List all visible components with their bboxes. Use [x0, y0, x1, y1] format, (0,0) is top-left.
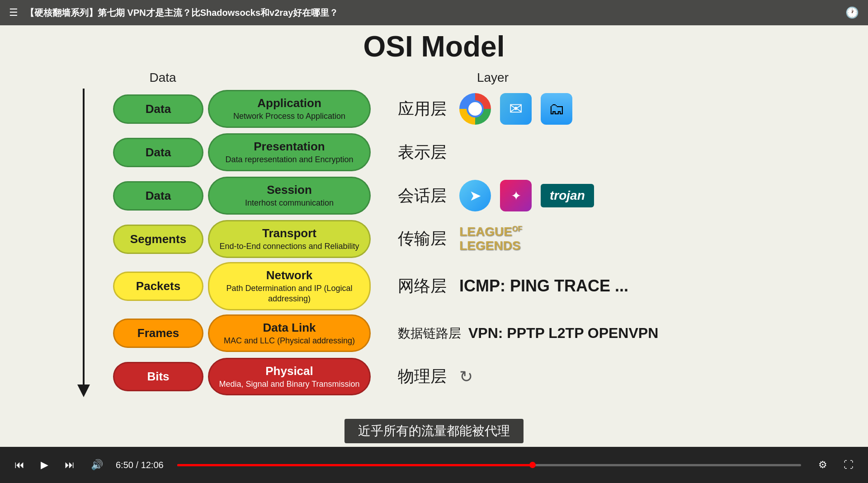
row-right-transport: 传输层 LEAGUEOFLEGENDS	[375, 225, 522, 253]
layer-desc-datalink: MAC and LLC (Physical addressing)	[218, 336, 360, 346]
fullscreen-button[interactable]: ⛶	[840, 457, 857, 473]
layer-name-datalink: Data Link	[218, 320, 360, 336]
table-row: Segments Transport End-to-End connection…	[113, 219, 658, 259]
layer-name-physical: Physical	[218, 364, 360, 379]
skip-back-button[interactable]: ⏮	[11, 457, 28, 473]
table-row: Data Presentation Data representation an…	[113, 132, 658, 173]
layer-name-transport: Transport	[218, 226, 360, 241]
settings-button[interactable]: ⚙	[815, 457, 831, 473]
row-right-presentation: 表示层	[375, 141, 452, 164]
progress-fill	[177, 464, 533, 466]
col-layer-header: Layer	[212, 70, 773, 85]
video-title: 【硬核翻墙系列】第七期 VPN才是主流？比Shadowsocks和v2ray好在…	[25, 7, 338, 19]
icons-session: ➤ ✦ trojan	[459, 180, 594, 211]
col-data-header: Data	[113, 70, 212, 85]
table-row: Data Session Interhost communication 会话层…	[113, 175, 658, 216]
lol-icon: LEAGUEOFLEGENDS	[459, 225, 522, 253]
icmp-text: ICMP: PING TRACE ...	[459, 277, 628, 295]
layer-pill-application: Application Network Process to Applicati…	[208, 90, 371, 127]
data-pill-physical: Bits	[113, 362, 203, 391]
data-pill-network: Packets	[113, 272, 203, 301]
arrow-line	[83, 89, 85, 385]
chinese-label-datalink: 数据链路层	[398, 325, 461, 342]
icons-application: ✉ 🗂	[459, 93, 572, 125]
layer-name-session: Session	[218, 183, 360, 198]
layer-desc-network: Path Determination and IP (Logical addre…	[218, 283, 360, 305]
subtitle-bar: 近乎所有的流量都能被代理	[344, 419, 524, 443]
vpn-text: VPN: PPTP L2TP OPENVPN	[468, 325, 658, 342]
video-wrapper: ☰ 【硬核翻墙系列】第七期 VPN才是主流？比Shadowsocks和v2ray…	[0, 0, 868, 483]
data-pill-datalink: Frames	[113, 319, 203, 348]
clash-icon: ✦	[500, 180, 532, 211]
volume-button[interactable]: 🔊	[87, 457, 107, 473]
play-button[interactable]: ▶	[37, 457, 52, 473]
row-right-network: 网络层 ICMP: PING TRACE ...	[375, 275, 628, 297]
layer-desc-physical: Media, Signal and Binary Transmission	[218, 379, 360, 389]
layer-pill-datalink: Data Link MAC and LLC (Physical addressi…	[208, 314, 371, 352]
mail-icon: ✉	[500, 93, 532, 125]
chinese-label-presentation: 表示层	[398, 141, 452, 164]
table-row: Frames Data Link MAC and LLC (Physical a…	[113, 313, 658, 354]
trojan-badge: trojan	[541, 184, 594, 207]
rows-wrapper: Data Application Network Process to Appl…	[113, 89, 658, 397]
down-arrow	[77, 89, 90, 397]
progress-dot	[529, 462, 536, 468]
refresh-icon: ↻	[459, 367, 473, 386]
layer-pill-physical: Physical Media, Signal and Binary Transm…	[208, 358, 371, 395]
telegram-icon: ➤	[459, 180, 491, 211]
data-pill-transport: Segments	[113, 225, 203, 254]
layer-desc-presentation: Data representation and Encryption	[218, 155, 360, 165]
finder-icon: 🗂	[541, 93, 572, 125]
layer-desc-session: Interhost communication	[218, 198, 360, 208]
chrome-icon	[459, 93, 491, 125]
data-pill-presentation: Data	[113, 138, 203, 167]
layer-pill-network: Network Path Determination and IP (Logic…	[208, 262, 371, 310]
osi-title: OSI Model	[363, 30, 505, 63]
row-right-datalink: 数据链路层 VPN: PPTP L2TP OPENVPN	[375, 325, 658, 342]
time-current: 6:50	[116, 460, 133, 470]
top-bar: ☰ 【硬核翻墙系列】第七期 VPN才是主流？比Shadowsocks和v2ray…	[0, 0, 868, 25]
hamburger-icon[interactable]: ☰	[9, 7, 18, 19]
layer-desc-transport: End-to-End connections and Reliability	[218, 241, 360, 252]
layer-pill-transport: Transport End-to-End connections and Rel…	[208, 220, 371, 258]
icons-datalink: VPN: PPTP L2TP OPENVPN	[468, 325, 658, 342]
table-header: Data Layer	[95, 70, 773, 85]
layer-desc-application: Network Process to Application	[218, 111, 360, 122]
chinese-label-network: 网络层	[398, 275, 452, 297]
time-display: 6:50 / 12:06	[116, 460, 164, 470]
progress-bar[interactable]	[177, 464, 801, 466]
row-right-physical: 物理层 ↻	[375, 366, 473, 388]
video-content: OSI Model Data Layer Data	[0, 25, 868, 447]
icons-transport: LEAGUEOFLEGENDS	[459, 225, 522, 253]
data-pill-application: Data	[113, 94, 203, 124]
layer-name-network: Network	[218, 268, 360, 283]
skip-forward-button[interactable]: ⏭	[61, 457, 78, 473]
row-right-session: 会话层 ➤ ✦ trojan	[375, 180, 594, 211]
data-pill-session: Data	[113, 181, 203, 211]
osi-table: Data Application Network Process to Appl…	[95, 89, 773, 397]
table-row: Packets Network Path Determination and I…	[113, 262, 658, 310]
icons-network: ICMP: PING TRACE ...	[459, 277, 628, 295]
layer-name-presentation: Presentation	[218, 139, 360, 155]
icons-physical: ↻	[459, 367, 473, 386]
arrow-head	[77, 385, 90, 397]
time-total: 12:06	[141, 460, 164, 470]
table-row: Bits Physical Media, Signal and Binary T…	[113, 356, 658, 397]
chinese-label-application: 应用层	[398, 98, 452, 120]
chinese-label-physical: 物理层	[398, 366, 452, 388]
table-row: Data Application Network Process to Appl…	[113, 89, 658, 129]
chinese-label-session: 会话层	[398, 185, 452, 207]
layer-pill-presentation: Presentation Data representation and Enc…	[208, 133, 371, 171]
layer-name-application: Application	[218, 96, 360, 111]
layer-pill-session: Session Interhost communication	[208, 177, 371, 214]
time-separator: /	[136, 460, 141, 470]
arrow-column	[95, 89, 113, 397]
clock-icon: 🕐	[845, 6, 859, 19]
chinese-label-transport: 传输层	[398, 228, 452, 250]
row-right-application: 应用层 ✉ 🗂	[375, 93, 572, 125]
bottom-controls[interactable]: ⏮ ▶ ⏭ 🔊 6:50 / 12:06 ⚙ ⛶	[0, 447, 868, 483]
